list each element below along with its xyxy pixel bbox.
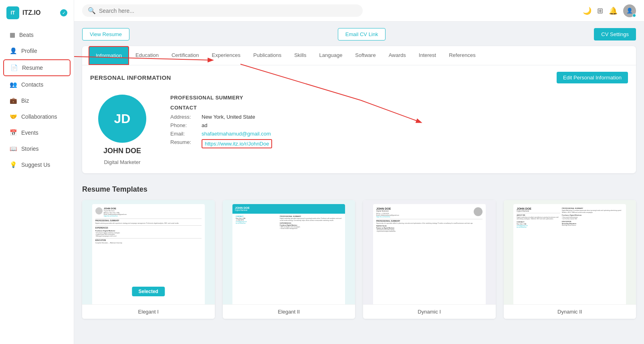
sidebar-item-suggest-us[interactable]: 💡 Suggest Us <box>3 157 71 172</box>
tab-certification[interactable]: Certification <box>165 47 206 65</box>
topbar: 🔍 🌙 ⊞ 🔔 👤 <box>74 0 644 22</box>
profile-role: Digital Marketer <box>104 159 140 165</box>
tab-education[interactable]: Education <box>129 47 165 65</box>
email-label: Email: <box>170 131 198 137</box>
template-preview-elegant1: JOHN DOE Digital Marketer Address: New Y… <box>82 200 215 304</box>
email-cv-button[interactable]: Email CV Link <box>338 28 386 40</box>
resume-row: Resume: https://www.itz.io/r/JohnDoe <box>170 139 628 148</box>
cv-settings-button[interactable]: CV Settings <box>594 28 636 40</box>
sidebar-label-stories: Stories <box>21 146 39 152</box>
search-input[interactable] <box>99 8 357 14</box>
profile-section: JD JOHN DOE Digital Marketer PROFESSIONA… <box>82 87 636 173</box>
grid-icon[interactable]: ⊞ <box>597 6 603 15</box>
topbar-icons: 🌙 ⊞ 🔔 👤 <box>583 4 636 17</box>
tab-software[interactable]: Software <box>349 47 382 65</box>
address-label: Address: <box>170 114 198 120</box>
resume-url-value[interactable]: https://www.itz.io/r/JohnDoe <box>202 139 272 148</box>
phone-label: Phone: <box>170 122 198 128</box>
template-preview-dynamic1: JOHN DOE Digital Marketer Phone: +1 234 … <box>363 200 496 304</box>
sidebar-icon-resume: 📄 <box>10 64 18 71</box>
personal-info-header: PERSONAL INFORMATION Edit Personal Infor… <box>82 65 636 87</box>
tab-language[interactable]: Language <box>313 47 349 65</box>
search-box[interactable]: 🔍 <box>82 4 363 17</box>
phone-row: Phone: ad <box>170 122 628 128</box>
sidebar-item-biz[interactable]: 💼 Biz <box>3 93 71 108</box>
edit-personal-info-button[interactable]: Edit Personal Information <box>557 72 628 83</box>
templates-title: Resume Templates <box>82 185 636 194</box>
templates-section: Resume Templates JOHN DOE Digital Market… <box>82 181 636 323</box>
view-resume-button[interactable]: View Resume <box>82 28 129 40</box>
sidebar-label-beats: Beats <box>19 32 34 38</box>
avatar-section: JD JOHN DOE Digital Marketer <box>90 95 154 165</box>
tab-awards[interactable]: Awards <box>382 47 412 65</box>
sidebar-icon-contacts: 👥 <box>10 81 17 88</box>
tab-publications[interactable]: Publications <box>247 47 288 65</box>
action-row: View Resume Email CV Link CV Settings <box>82 28 636 40</box>
template-preview-elegant2: JOHN DOE Digital Marketer CONTACT New Yo… <box>223 200 355 304</box>
sidebar-item-events[interactable]: 📅 Events <box>3 125 71 140</box>
sidebar-icon-biz: 💼 <box>10 97 17 104</box>
resume-tabs: InformationEducationCertificationExperie… <box>82 46 636 65</box>
sidebar-item-profile[interactable]: 👤 Profile <box>3 43 71 59</box>
logo-check-icon: ✓ <box>60 9 67 16</box>
sidebar-label-collaborations: Collaborations <box>21 113 57 120</box>
template-card-dynamic1[interactable]: JOHN DOE Digital Marketer Phone: +1 234 … <box>363 200 496 319</box>
address-value: New York, United State <box>202 114 255 120</box>
bell-icon[interactable]: 🔔 <box>609 6 618 15</box>
sidebar-label-suggest-us: Suggest Us <box>21 162 50 168</box>
personal-info-title: PERSONAL INFORMATION <box>90 74 171 81</box>
template-card-elegant1[interactable]: JOHN DOE Digital Marketer Address: New Y… <box>82 200 215 319</box>
sidebar-icon-collaborations: 🤝 <box>10 113 17 120</box>
moon-icon[interactable]: 🌙 <box>583 6 592 15</box>
logo-icon: IT <box>6 6 19 19</box>
tab-experiences[interactable]: Experiences <box>206 47 247 65</box>
sidebar-label-events: Events <box>21 130 38 136</box>
avatar-icon: 👤 <box>626 8 633 14</box>
sidebar-item-resume[interactable]: 📄 Resume <box>3 59 71 76</box>
main-content: 🔍 🌙 ⊞ 🔔 👤 View Resume Email CV Link CV S… <box>74 0 644 344</box>
resume-url-label: Resume: <box>170 139 198 145</box>
logo: IT ITZ.IO ✓ <box>0 6 74 27</box>
sidebar-icon-stories: 📖 <box>10 145 17 152</box>
address-row: Address: New York, United State <box>170 114 628 120</box>
template-preview-dynamic2: JOHN DOE Digital Marketer ABOUT ME Digit… <box>504 200 636 304</box>
template-label-elegant1: Elegant I <box>82 304 215 319</box>
sidebar-item-contacts[interactable]: 👥 Contacts <box>3 77 71 92</box>
logo-text: ITZ.IO <box>22 9 40 16</box>
template-preview-inner-dynamic1: JOHN DOE Digital Marketer Phone: +1 234 … <box>373 204 486 304</box>
resume-card: InformationEducationCertificationExperie… <box>82 46 636 173</box>
templates-grid: JOHN DOE Digital Marketer Address: New Y… <box>82 200 636 319</box>
sidebar-item-collaborations[interactable]: 🤝 Collaborations <box>3 109 71 124</box>
avatar[interactable]: 👤 <box>623 4 636 17</box>
template-preview-inner-dynamic2: JOHN DOE Digital Marketer ABOUT ME Digit… <box>513 204 626 304</box>
sidebar-icon-events: 📅 <box>10 129 17 136</box>
sidebar-label-biz: Biz <box>21 97 29 104</box>
tab-information[interactable]: Information <box>89 46 129 65</box>
sidebar-item-stories[interactable]: 📖 Stories <box>3 141 71 156</box>
template-label-elegant2: Elegant II <box>223 304 355 319</box>
sidebar-label-resume: Resume <box>22 65 43 71</box>
tab-skills[interactable]: Skills <box>288 47 313 65</box>
professional-summary-title: PROFESSIONAL SUMMERY <box>170 95 628 101</box>
profile-name: JOHN DOE <box>103 147 141 155</box>
contact-title: CONTACT <box>170 105 628 111</box>
tab-interest[interactable]: Interest <box>412 47 442 65</box>
contact-section: PROFESSIONAL SUMMERY CONTACT Address: Ne… <box>170 95 628 165</box>
template-preview-inner-elegant2: JOHN DOE Digital Marketer CONTACT New Yo… <box>232 204 345 304</box>
sidebar-nav: ▦ Beats 👤 Profile 📄 Resume 👥 Contacts 💼 … <box>0 27 74 173</box>
email-value: shafaetmahamud@gmail.com <box>202 131 271 137</box>
template-card-elegant2[interactable]: JOHN DOE Digital Marketer CONTACT New Yo… <box>223 200 355 319</box>
email-row: Email: shafaetmahamud@gmail.com <box>170 131 628 137</box>
search-icon: 🔍 <box>88 7 96 14</box>
page-content: View Resume Email CV Link CV Settings In… <box>74 22 644 344</box>
tab-references[interactable]: References <box>442 47 482 65</box>
selected-badge: Selected <box>132 287 165 296</box>
sidebar-item-beats[interactable]: ▦ Beats <box>3 27 71 42</box>
template-card-dynamic2[interactable]: JOHN DOE Digital Marketer ABOUT ME Digit… <box>504 200 636 319</box>
sidebar: IT ITZ.IO ✓ ▦ Beats 👤 Profile 📄 Resume 👥… <box>0 0 74 344</box>
template-label-dynamic1: Dynamic I <box>363 304 496 319</box>
sidebar-label-profile: Profile <box>21 48 37 54</box>
avatar-online-dot <box>632 14 636 17</box>
sidebar-label-contacts: Contacts <box>21 81 43 88</box>
sidebar-icon-profile: 👤 <box>10 47 17 55</box>
